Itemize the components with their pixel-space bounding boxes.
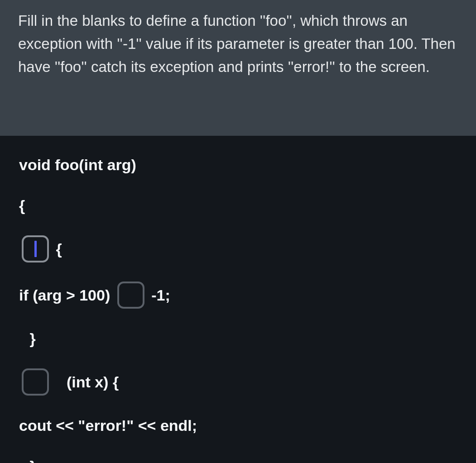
question-text: Fill in the blanks to define a function …: [18, 12, 456, 75]
code-text: if (arg > 100): [19, 287, 115, 303]
code-text: }: [25, 331, 36, 346]
code-line: {: [19, 235, 458, 263]
code-line: }: [19, 328, 458, 349]
code-line: {: [19, 195, 458, 216]
code-line: cout << "error!" << endl;: [19, 415, 458, 436]
code-line: void foo(int arg): [19, 154, 458, 176]
code-text: -1;: [147, 287, 170, 303]
blank-input-2[interactable]: [117, 282, 144, 309]
code-text: void foo(int arg): [19, 157, 136, 172]
blank-input-3[interactable]: [22, 368, 49, 396]
code-line: }: [19, 455, 458, 463]
blank-input-1[interactable]: [22, 235, 49, 263]
question-panel: Fill in the blanks to define a function …: [0, 0, 476, 136]
text-caret: [34, 241, 37, 257]
code-line: (int x) {: [19, 368, 458, 396]
code-line: if (arg > 100) -1;: [19, 282, 458, 309]
code-text: {: [52, 241, 62, 257]
code-text: {: [19, 198, 25, 213]
code-panel: void foo(int arg) { { if (arg > 100) -1;…: [0, 136, 476, 463]
code-text: cout << "error!" << endl;: [19, 418, 197, 433]
code-text: (int x) {: [58, 374, 119, 390]
code-text: }: [25, 458, 36, 463]
